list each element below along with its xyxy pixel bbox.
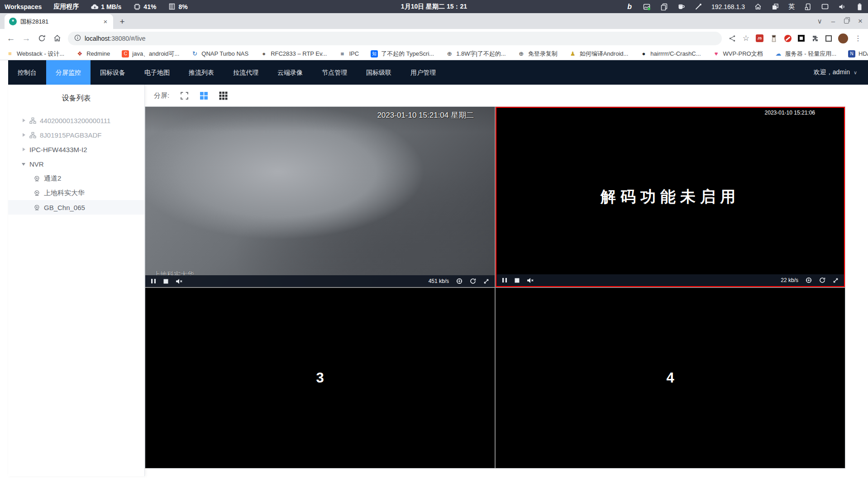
mute-button[interactable] <box>176 278 183 284</box>
bookmark-item[interactable]: C java、android可... <box>122 50 179 58</box>
bookmark-item[interactable]: ≡ Webstack - 设计... <box>6 50 64 58</box>
pipette-tool-icon[interactable] <box>694 3 702 11</box>
pause-button[interactable] <box>151 278 156 284</box>
single-screen-button[interactable] <box>180 91 189 100</box>
tree-node[interactable]: 4402000013200000111 <box>8 113 144 128</box>
mute-button[interactable] <box>527 277 534 283</box>
fullscreen-button[interactable] <box>833 277 839 283</box>
chevron-icon[interactable] <box>21 117 27 124</box>
browser-menu-button[interactable]: ⋮ <box>854 34 862 43</box>
minimize-button[interactable]: – <box>831 17 835 25</box>
welcome-label: 欢迎，admin <box>814 68 850 77</box>
ext-js-icon[interactable]: JS <box>756 34 763 42</box>
bookmark-item[interactable]: ● hairrrrr/C-CrashC... <box>640 50 701 57</box>
ext-blocker-icon[interactable] <box>784 35 792 42</box>
tab-close-button[interactable]: × <box>101 18 110 26</box>
nav-item-7[interactable]: 节点管理 <box>312 60 357 85</box>
clock[interactable]: 1月10日 星期二 15：21 <box>401 3 467 11</box>
ip-address-label: 192.168.1.3 <box>711 3 745 10</box>
tree-node[interactable]: GB_Chn_065 <box>8 200 144 215</box>
tab-search-button[interactable]: ∨ <box>817 17 822 25</box>
stream-settings-button[interactable] <box>806 277 812 283</box>
nav-item-4[interactable]: 推流列表 <box>179 60 224 85</box>
applications-menu[interactable]: 应用程序 <box>53 3 79 11</box>
browser-home-button[interactable] <box>51 32 63 45</box>
nav-item-5[interactable]: 拉流代理 <box>224 60 268 85</box>
split-screen-toolbar: 分屏: <box>145 85 868 106</box>
grid-3x3-button[interactable] <box>219 91 228 100</box>
display-icon[interactable] <box>821 3 829 11</box>
back-button[interactable]: ← <box>5 32 17 45</box>
screenshot-app-icon[interactable] <box>643 3 651 11</box>
new-tab-button[interactable]: + <box>116 15 129 28</box>
bookmark-item[interactable]: 知 了不起的 TypeScri... <box>371 50 434 58</box>
share-icon[interactable] <box>728 34 736 43</box>
workspaces-button[interactable]: Workspaces <box>5 3 42 10</box>
bookmark-star-icon[interactable]: ☆ <box>743 33 749 43</box>
video-cell-1[interactable]: 2023-01-10 15:21:04 星期二 上地科实大华 451 kb/s <box>145 107 495 287</box>
close-window-button[interactable]: × <box>858 17 863 26</box>
bookmark-item[interactable]: ■ IPC <box>339 50 359 57</box>
video-cell-4[interactable]: 4 <box>496 288 845 468</box>
phone-link-icon[interactable] <box>804 3 812 11</box>
tree-node[interactable]: 8J01915PAGB3ADF <box>8 128 144 142</box>
bookmark-item[interactable]: ♥ WVP-PRO文档 <box>713 50 763 58</box>
tree-node[interactable]: NVR <box>8 157 144 171</box>
tree-node[interactable]: IPC-HFW4433M-I2 <box>8 142 144 157</box>
bing-tray-icon[interactable]: b <box>625 3 634 11</box>
video-cell-3[interactable]: 3 <box>145 288 495 468</box>
decode-disabled-message: 解码功能未启用 <box>496 108 844 286</box>
nav-item-8[interactable]: 国标级联 <box>357 60 401 85</box>
sitemap-icon <box>29 117 38 124</box>
site-info-icon[interactable] <box>74 34 81 43</box>
stop-button[interactable] <box>515 278 520 283</box>
nav-item-6[interactable]: 云端录像 <box>268 60 312 85</box>
reload-button[interactable] <box>35 32 48 45</box>
bookmark-item[interactable]: ❖ Redmine <box>76 50 110 57</box>
clipboard-icon[interactable] <box>660 3 668 11</box>
input-method-indicator[interactable]: 英 <box>788 3 795 11</box>
fullscreen-button[interactable] <box>483 278 489 284</box>
stream-settings-button[interactable] <box>456 278 463 284</box>
chevron-icon[interactable] <box>21 132 27 138</box>
video-cell-2[interactable]: 2023-01-10 15:21:06 解码功能未启用 22 kb/s <box>496 107 845 287</box>
bookmark-favicon-icon: 知 <box>371 50 378 57</box>
profile-avatar[interactable] <box>838 33 848 43</box>
nav-item-3[interactable]: 电子地图 <box>135 60 179 85</box>
home-tray-icon[interactable] <box>754 3 762 11</box>
pause-button[interactable] <box>502 277 507 283</box>
bookmark-item[interactable]: ♟ 如何编译Android... <box>569 50 629 58</box>
tree-node[interactable]: 上地科实大华 <box>8 186 144 200</box>
bookmark-item[interactable]: ⊕ 免登录复制 <box>518 50 558 58</box>
coffee-cup-icon[interactable] <box>677 3 685 11</box>
stop-button[interactable] <box>163 279 168 284</box>
ext-jar-icon[interactable] <box>770 34 778 43</box>
nav-item-0[interactable]: 控制台 <box>8 60 46 85</box>
ext-frame-icon[interactable] <box>825 35 832 42</box>
user-menu[interactable]: 欢迎，admin ∨ <box>814 68 868 77</box>
chevron-icon[interactable] <box>21 146 27 153</box>
chevron-down-icon: ∨ <box>854 70 857 76</box>
volume-icon[interactable] <box>838 3 846 11</box>
refresh-button[interactable] <box>470 278 476 284</box>
nav-item-9[interactable]: 用户管理 <box>401 60 445 85</box>
bookmark-item[interactable]: ☁ 服务器 - 轻量应用... <box>775 50 836 58</box>
ext-dark-square-icon[interactable] <box>798 35 805 42</box>
bookmark-item[interactable]: ● RFC2833 – RTP Ev... <box>260 50 327 57</box>
chevron-icon[interactable] <box>21 161 27 167</box>
restore-window-button[interactable] <box>844 19 849 24</box>
forward-button[interactable]: → <box>20 32 33 45</box>
nav-item-2[interactable]: 国标设备 <box>91 60 135 85</box>
bookmark-item[interactable]: ⊕ 1.8W字|了不起的... <box>446 50 506 58</box>
bookmark-item[interactable]: N HDAtmos :: 种子 *... <box>848 50 868 58</box>
nav-item-1[interactable]: 分屏监控 <box>46 60 91 85</box>
tree-node[interactable]: 通道2 <box>8 171 144 186</box>
grid-2x2-button[interactable] <box>200 91 208 100</box>
refresh-button[interactable] <box>819 277 825 283</box>
camera-icon <box>33 204 42 211</box>
browser-tab[interactable]: * 国标28181 × <box>5 14 113 29</box>
bookmark-item[interactable]: ↻ QNAP Turbo NAS <box>191 50 248 57</box>
workspace-switcher-icon[interactable] <box>771 3 779 11</box>
url-field[interactable]: localhost:38080/#/live <box>68 32 722 45</box>
extensions-puzzle-icon[interactable] <box>811 34 819 43</box>
